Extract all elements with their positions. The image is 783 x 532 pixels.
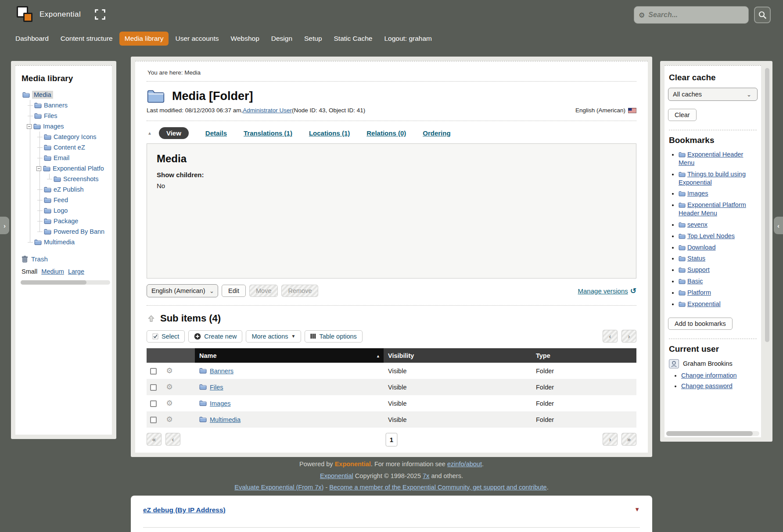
row-checkbox[interactable] (150, 400, 157, 407)
bookmark-link[interactable]: Exponential Header Menu (679, 151, 743, 166)
bookmark-link[interactable]: Things to build using Exponential (679, 171, 746, 186)
bookmark-link[interactable]: Platform (687, 289, 711, 296)
current-page[interactable]: 1 (386, 433, 398, 446)
create-new-button[interactable]: Create new (188, 330, 242, 343)
search-button[interactable] (754, 7, 771, 23)
tree-collapse-toggle[interactable] (36, 166, 41, 171)
item-name-link[interactable]: Files (210, 384, 223, 391)
tree-item-ez-publish[interactable]: eZ Publish (54, 186, 84, 193)
manage-versions-link[interactable]: Manage versions (578, 287, 628, 295)
cache-select[interactable]: All caches (668, 88, 758, 101)
add-to-bookmarks-button[interactable]: Add to bookmarks (668, 318, 733, 330)
tab-ordering[interactable]: Ordering (423, 129, 450, 137)
more-actions-button[interactable]: More actions ▼ (246, 330, 301, 343)
column-header-name[interactable]: Name▲ (195, 348, 384, 363)
footer-7x-link[interactable]: 7x (423, 472, 429, 479)
size-option-medium[interactable]: Medium (41, 268, 64, 275)
bookmark-link[interactable]: Status (687, 255, 705, 262)
horizontal-scrollbar[interactable] (666, 431, 759, 436)
footer-brand-link[interactable]: Exponential (335, 461, 371, 468)
app-logo[interactable] (17, 6, 33, 23)
row-gear-icon[interactable]: ⚙ (166, 367, 172, 375)
debug-toggle-icon[interactable]: ▼ (634, 506, 640, 513)
row-checkbox[interactable] (150, 384, 157, 391)
tree-item-content-ez[interactable]: Content eZ (54, 144, 85, 151)
nav-item-setup[interactable]: Setup (299, 32, 327, 46)
tab-locations[interactable]: Locations (1) (309, 129, 350, 137)
row-checkbox[interactable] (150, 417, 157, 423)
tree-item-category-icons[interactable]: Category Icons (54, 133, 97, 140)
tree-item-multimedia[interactable]: Multimedia (44, 239, 75, 246)
administrator-user-link[interactable]: Administrator User (243, 107, 292, 114)
edit-button[interactable]: Edit (222, 285, 246, 297)
tree-item-powered-by-banner[interactable]: Powered By Bann (54, 228, 104, 235)
tab-relations[interactable]: Relations (0) (366, 129, 406, 137)
tree-item-files[interactable]: Files (44, 112, 57, 119)
sort-asc-icon[interactable]: ▲ (376, 354, 380, 358)
item-name-link[interactable]: Banners (210, 368, 233, 375)
tree-item: Logo (17, 205, 110, 216)
nav-item-dashboard[interactable]: Dashboard (10, 32, 54, 46)
vertical-scrollbar[interactable] (765, 68, 769, 342)
nav-item-static-cache[interactable]: Static Cache (329, 32, 378, 46)
tree-item-media[interactable]: Media (32, 91, 53, 99)
item-name-link[interactable]: Images (210, 400, 231, 407)
nav-item-media-library[interactable]: Media library (119, 32, 169, 46)
row-checkbox[interactable] (150, 368, 157, 375)
item-name-link[interactable]: Multimedia (210, 416, 241, 423)
evaluate-link[interactable]: Evaluate Exponential (From 7x) (234, 484, 323, 491)
tree-collapse-toggle[interactable] (27, 124, 32, 129)
nav-item-design[interactable]: Design (266, 32, 298, 46)
horizontal-scrollbar[interactable] (21, 280, 110, 285)
tab-translations[interactable]: Translations (1) (244, 129, 292, 137)
table-options-button[interactable]: Table options (305, 330, 362, 343)
select-button[interactable]: Select (147, 330, 185, 343)
ezinfo-about-link[interactable]: ezinfo/about (447, 461, 482, 468)
row-gear-icon[interactable]: ⚙ (166, 399, 172, 407)
column-header-visibility[interactable]: Visibility (384, 348, 532, 363)
nav-item-content-structure[interactable]: Content structure (55, 32, 118, 46)
language-select[interactable]: English (American) (147, 284, 218, 297)
collapse-marker-icon[interactable]: ▲ (147, 131, 152, 136)
tree-item-package[interactable]: Package (54, 218, 78, 225)
row-gear-icon[interactable]: ⚙ (166, 415, 172, 424)
tree-item-feed[interactable]: Feed (54, 196, 68, 204)
nav-item-webshop[interactable]: Webshop (226, 32, 265, 46)
search-box[interactable]: ⚙ (634, 6, 749, 24)
bookmark-link[interactable]: Exponential (687, 300, 721, 307)
row-gear-icon[interactable]: ⚙ (166, 383, 172, 391)
fullscreen-icon[interactable] (95, 9, 105, 20)
bookmark-link[interactable]: Images (687, 190, 708, 197)
bookmark-link[interactable]: sevenx (687, 221, 708, 228)
bookmark-link[interactable]: Support (687, 266, 710, 273)
nav-item-user-accounts[interactable]: User accounts (170, 32, 224, 46)
trash-link[interactable]: Trash (31, 255, 48, 263)
search-input[interactable] (648, 11, 744, 19)
scrollbar-thumb[interactable] (666, 431, 753, 436)
bookmark-link[interactable]: Top Level Nodes (687, 232, 735, 239)
change-information-link[interactable]: Change information (681, 372, 737, 379)
tab-details[interactable]: Details (205, 129, 227, 137)
size-option-large[interactable]: Large (68, 268, 84, 275)
tree-item-images[interactable]: Images (43, 123, 64, 130)
nav-item-logout[interactable]: Logout: graham (379, 32, 437, 46)
tab-view[interactable]: View (159, 127, 189, 139)
tree-item-screenshots[interactable]: Screenshots (63, 175, 99, 182)
scrollbar-thumb[interactable] (21, 280, 86, 285)
tree-item-exponential-platform[interactable]: Exponential Platfo (53, 165, 104, 172)
community-link[interactable]: Become a member of the Exponential Commu… (329, 484, 546, 491)
ez-debug-title[interactable]: eZ debug (By IP Address) (143, 506, 226, 514)
change-password-link[interactable]: Change password (681, 382, 733, 389)
collapse-right-panel-handle[interactable]: ‹ (774, 217, 783, 234)
expand-left-panel-handle[interactable]: › (0, 217, 9, 234)
tree-item-email[interactable]: Email (54, 154, 69, 161)
up-level-icon[interactable] (147, 315, 155, 322)
clear-button[interactable]: Clear (668, 109, 697, 121)
bookmark-link[interactable]: Exponential Platform Header Menu (679, 201, 746, 217)
tree-item-logo[interactable]: Logo (54, 207, 68, 214)
bookmark-link[interactable]: Basic (687, 278, 703, 285)
bookmark-link[interactable]: Download (687, 244, 716, 251)
column-header-type[interactable]: Type (532, 348, 636, 363)
footer-exponential-link[interactable]: Exponential (320, 472, 353, 479)
tree-item-banners[interactable]: Banners (44, 102, 68, 109)
